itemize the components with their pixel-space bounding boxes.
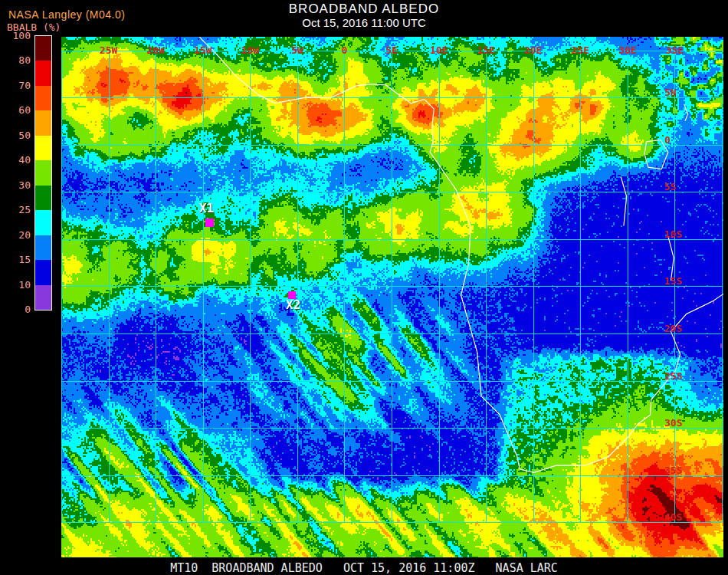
lon-label-35E: 35E (659, 45, 690, 55)
lat-label-5S: 5S (664, 182, 677, 192)
colorbar-tick-30: 30 (2, 179, 31, 191)
lat-label-5N: 5N (664, 87, 677, 97)
colorbar-tick-20: 20 (2, 229, 31, 241)
colorbar-segment-25-30 (35, 186, 51, 210)
colorbar-segment-60-70 (35, 86, 51, 110)
colorbar-segment-70-80 (35, 61, 51, 85)
colorbar-segment-15-20 (35, 235, 51, 260)
colorbar-tick-100: 100 (2, 30, 31, 41)
lon-label-15E: 15E (471, 45, 501, 55)
colorbar-segment-30-40 (35, 160, 51, 185)
colorbar-tick-50: 50 (2, 130, 31, 141)
lat-label-0: 0 (664, 135, 671, 145)
lat-label-10S: 10S (664, 229, 682, 239)
marker-dot-X1[interactable] (205, 219, 214, 227)
colorbar-tick-10: 10 (2, 279, 31, 291)
page-subtitle: Oct 15, 2016 11:00 UTC (0, 16, 728, 29)
page-title: BROADBAND ALBEDO (0, 2, 728, 17)
colorbar-segment-80-100 (35, 36, 51, 61)
lon-label-30E: 30E (612, 45, 643, 55)
lon-label-20W: 20W (140, 45, 171, 55)
footer-caption: MT10 BROADBAND ALBEDO OCT 15, 2016 11:00… (0, 561, 728, 575)
colorbar-tick-40: 40 (2, 154, 31, 166)
colorbar-segment-40-50 (35, 136, 51, 160)
colorbar-tick-0: 0 (2, 304, 31, 315)
lon-label-25W: 25W (93, 45, 124, 55)
albedo-map[interactable]: 25W20W15W10W5W05E10E15E20E25E30E35E5N05S… (61, 37, 723, 557)
lat-label-15S: 15S (664, 276, 682, 286)
colorbar-tick-70: 70 (2, 80, 31, 91)
lon-label-20E: 20E (518, 45, 549, 55)
lon-label-10W: 10W (234, 45, 265, 55)
lon-label-0: 0 (329, 45, 359, 55)
lon-label-15W: 15W (188, 45, 218, 55)
lat-label-40S: 40S (664, 512, 682, 522)
lat-label-30S: 30S (664, 418, 682, 428)
marker-label-X1[interactable]: X1 (199, 202, 214, 215)
colorbar-segment-50-60 (35, 110, 51, 135)
colorbar-tick-15: 15 (2, 254, 31, 265)
colorbar (34, 35, 52, 310)
colorbar-segment-0-10 (35, 285, 51, 310)
lon-label-25E: 25E (565, 45, 595, 55)
lon-label-5W: 5W (282, 45, 313, 55)
colorbar-segment-10-15 (35, 260, 51, 284)
colorbar-tick-80: 80 (2, 54, 31, 66)
lat-label-25S: 25S (664, 371, 682, 381)
lat-label-35S: 35S (664, 465, 682, 475)
lon-label-10E: 10E (424, 45, 454, 55)
colorbar-tick-25: 25 (2, 204, 31, 215)
map-overlay: 25W20W15W10W5W05E10E15E20E25E30E35E5N05S… (61, 37, 723, 557)
colorbar-segment-20-25 (35, 210, 51, 235)
colorbar-tick-60: 60 (2, 104, 31, 116)
lat-label-20S: 20S (664, 324, 682, 334)
lon-label-5E: 5E (376, 45, 407, 55)
marker-label-X2[interactable]: X2 (286, 299, 300, 311)
